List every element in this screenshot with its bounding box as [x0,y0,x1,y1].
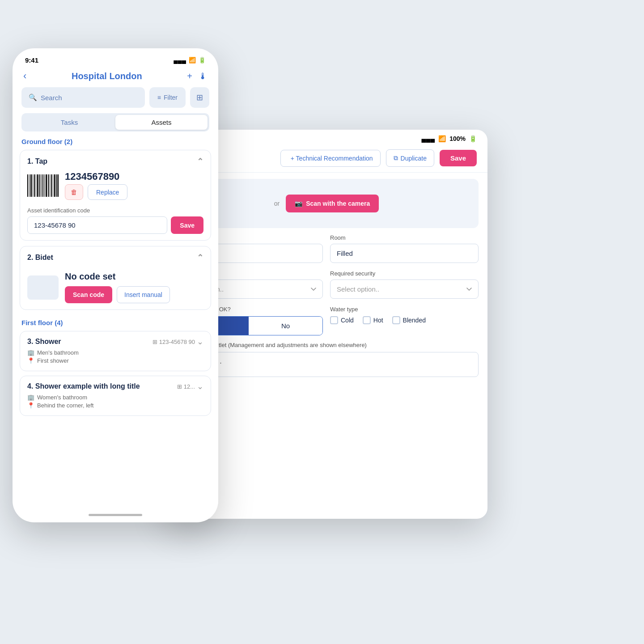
filter-button[interactable]: ≡ Filter [149,87,186,108]
scan-camera-label: Scan with the camera [306,200,370,207]
building2-icon: 🏢 [27,394,34,401]
nav-title: Hospital London [72,71,142,81]
no-code-section: No code set Scan code Insert manual [20,267,211,309]
asset-list-shower2-header: 4. Shower example with long title ⊞ 12..… [27,381,203,391]
asset-shower2-title: 4. Shower example with long title [27,382,140,390]
save-id-button[interactable]: Save [171,216,203,234]
scan-code-button[interactable]: Scan code [65,286,112,303]
svg-rect-7 [39,174,40,197]
asset-id-section: Asset identification code Save [20,205,211,240]
tab-tasks[interactable]: Tasks [23,115,115,130]
tab-bar: Tasks Assets [21,113,209,131]
phone-shell: 9:41 ▄▄▄ 📶 🔋 ‹ Hospital London + 🌡 🔍 Sea… [13,48,218,522]
search-button[interactable]: 🔍 Search [21,87,145,108]
battery-icon: 🔋 [199,57,206,64]
comments-input[interactable] [174,352,479,377]
phone-status-bar: 9:41 ▄▄▄ 📶 🔋 [13,48,218,67]
asset-shower-meta1: 🏢 Men's bathroom [27,349,203,356]
status-icons: ▄▄▄ 📶 🔋 [174,57,206,64]
asset-card-header-tap: 1. Tap ⌃ [20,150,211,171]
svg-rect-18 [58,174,59,197]
barcode-image [27,174,59,198]
asset-shower-title: 3. Shower [27,338,61,346]
or-text: or [274,200,280,207]
room-input[interactable] [330,244,479,263]
req-security-select[interactable]: Select option.. [330,280,479,299]
phone-time: 9:41 [25,56,38,64]
water-blended-option[interactable]: Blended [392,316,426,324]
svg-rect-10 [44,174,45,197]
room-label: Room [330,234,479,241]
barcode-actions: 🗑 Replace [65,184,127,200]
no-code-buttons: Scan code Insert manual [65,286,170,303]
water-blended-label: Blended [403,317,426,324]
insert-manual-button[interactable]: Insert manual [117,286,170,303]
risk-no-button[interactable]: No [249,317,322,335]
scan-camera-button[interactable]: 📷 Scan with the camera [286,195,379,212]
svg-rect-6 [37,174,38,197]
svg-rect-15 [53,174,53,197]
water-cold-checkbox[interactable] [330,316,338,324]
signal-icon: ▄▄▄ [174,57,186,64]
asset-shower-code: ⊞ 123-45678 90 ⌄ [153,337,203,347]
no-code-content: No code set Scan code Insert manual [65,271,170,303]
qr-button[interactable]: ⊞ [190,87,209,108]
water-blended-checkbox[interactable] [392,316,400,324]
asset-bidet-title: 2. Bidet [27,254,53,262]
water-hot-label: Hot [373,317,383,324]
asset-shower2-meta1: 🏢 Women's bathroom [27,394,203,401]
chevron-up-icon[interactable]: ⌃ [197,157,203,166]
asset-list-shower2: 4. Shower example with long title ⊞ 12..… [20,376,211,416]
water-type-section: Water type Cold Hot Blended [330,306,479,335]
tablet-signal-icon: ▄▄▄ [421,135,435,142]
phone-toolbar: 🔍 Search ≡ Filter ⊞ [13,87,218,113]
chevron-up-bidet-icon[interactable]: ⌃ [197,253,203,263]
asset-list-shower: 3. Shower ⊞ 123-45678 90 ⌄ 🏢 Men's bathr… [20,331,211,371]
location-icon: 📍 [27,357,34,364]
thermometer-button[interactable]: 🌡 [199,71,208,81]
tech-rec-button[interactable]: + Technical Recommendation [280,150,381,167]
wifi-icon: 📶 [189,57,196,64]
qr-icon: ⊞ [196,93,203,102]
tech-rec-label: + Technical Recommendation [291,155,373,162]
scan-area: or 📷 Scan with the camera [174,179,479,228]
water-cold-label: Cold [341,317,354,324]
asset-id-input[interactable] [27,216,167,234]
qr-mini-icon2: ⊞ [177,383,182,390]
asset-tap-title: 1. Tap [27,157,47,165]
location2-icon: 📍 [27,402,34,409]
back-button[interactable]: ‹ [23,70,26,82]
tablet-battery: 100% [449,135,466,142]
svg-rect-0 [27,174,28,197]
field-req-security: Required security Select option.. [330,270,479,299]
svg-rect-3 [33,174,33,197]
replace-barcode-button[interactable]: Replace [88,184,127,200]
duplicate-label: Duplicate [401,155,427,162]
asset-id-row: Save [27,216,203,234]
duplicate-button[interactable]: ⧉ Duplicate [386,149,434,167]
asset-shower2-code: ⊞ 12... ⌄ [177,381,203,391]
delete-barcode-button[interactable]: 🗑 [65,184,83,200]
svg-rect-5 [36,174,36,197]
water-cold-option[interactable]: Cold [330,316,354,324]
asset-card-tap: 1. Tap ⌃ [20,150,211,241]
svg-rect-17 [56,174,57,197]
no-code-text: No code set [65,271,170,282]
no-code-thumbnail [27,275,59,300]
asset-card-header-bidet: 2. Bidet ⌃ [20,246,211,267]
add-button[interactable]: + [187,71,192,81]
svg-rect-16 [54,174,55,197]
building-icon: 🏢 [27,349,34,356]
save-main-button[interactable]: Save [440,150,477,166]
svg-rect-4 [34,174,35,197]
tablet-battery-icon: 🔋 [469,135,477,142]
water-hot-option[interactable]: Hot [363,316,383,324]
svg-rect-12 [48,174,49,197]
chevron-down-shower-icon[interactable]: ⌄ [197,337,203,347]
search-icon: 🔍 [29,93,37,102]
chevron-down-shower2-icon[interactable]: ⌄ [197,381,203,391]
svg-rect-11 [46,174,47,197]
water-hot-checkbox[interactable] [363,316,371,324]
tab-assets[interactable]: Assets [115,115,208,130]
req-security-label: Required security [330,270,479,277]
